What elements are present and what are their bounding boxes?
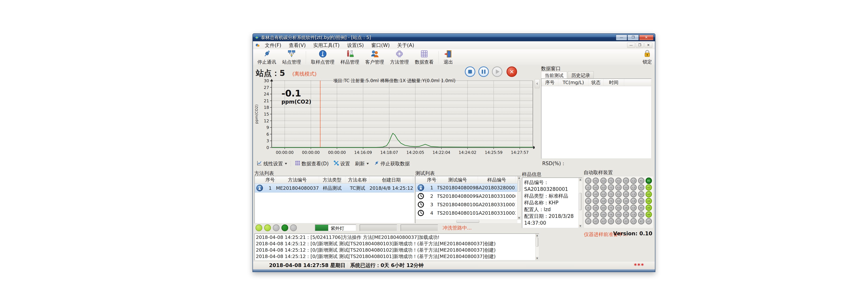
停止获取数据-button[interactable]: 停止获取数据 [372, 160, 412, 168]
mdi-minimize-button[interactable]: — [627, 43, 635, 48]
vial-G3[interactable]: G3 [600, 191, 607, 197]
vial-C2[interactable]: C2 [630, 184, 637, 191]
方法管理-button[interactable]: 方法管理 [387, 49, 412, 65]
vial-I6[interactable]: I6 [585, 211, 591, 218]
vial-D1[interactable]: D1 [623, 177, 629, 184]
tab-current-test[interactable]: 当前测试 [541, 71, 567, 79]
menu-item-3[interactable]: 实用工具(T) [309, 41, 343, 49]
sample-info-scrollbar[interactable]: ▲▼ [579, 178, 582, 228]
lock-button[interactable]: 锁定 [643, 49, 652, 65]
vial-F1[interactable]: F1 [608, 177, 614, 184]
vial-F6[interactable]: F6 [608, 211, 614, 218]
log-scrollbar[interactable]: ▲▼ [535, 234, 539, 260]
vial-E2[interactable]: E2 [615, 184, 622, 191]
线性设置-button[interactable]: 线性设置 [255, 160, 289, 168]
test-row[interactable]: 3TS201804080100SA201803310001 [415, 200, 521, 209]
vial-G6[interactable]: G6 [600, 211, 607, 218]
vial-H3[interactable]: H3 [593, 191, 599, 197]
vial-I1[interactable]: I1 [585, 177, 591, 184]
play-button[interactable] [492, 66, 502, 77]
vial-C6[interactable]: C6 [630, 211, 637, 218]
test-table-vscrollbar[interactable]: ▲▼ [517, 176, 521, 220]
test-table[interactable]: 序号测试编号样品编号1TS201804080098SA2018032800012… [415, 176, 521, 224]
result-col-4[interactable]: 时间 [603, 79, 624, 86]
test-row[interactable]: 2TS201804080099SA201803310000 [415, 192, 521, 200]
maximize-button[interactable]: ❐ [627, 35, 639, 40]
vial-C3[interactable]: C3 [630, 191, 637, 197]
站点管理-button[interactable]: 站点管理 [279, 49, 304, 65]
vial-B3[interactable]: B3 [638, 191, 644, 197]
method-table[interactable]: 序号方法编号方法类型方法名称创建日期1ME201804080037样品测试TC测… [254, 176, 414, 224]
vial-A4[interactable]: A4 [646, 198, 652, 204]
vial-H7[interactable]: H7 [593, 218, 599, 225]
vial-F3[interactable]: F3 [608, 191, 614, 197]
vial-G7[interactable]: G7 [600, 218, 607, 225]
vial-G5[interactable]: G5 [600, 205, 607, 211]
method-row[interactable]: 1ME201804080037样品测试TC测试2018/4/8 14:25:12 [255, 183, 414, 193]
result-table[interactable]: 序号TC(mg/L)状态时间 [541, 78, 652, 159]
menu-item-6[interactable]: 关于(A) [394, 41, 418, 49]
vial-E5[interactable]: E5 [615, 205, 622, 211]
vial-A2[interactable]: A2 [646, 184, 652, 191]
vial-A7[interactable]: A7 [646, 218, 652, 225]
test-col-3[interactable]: 样品编号 [478, 176, 516, 183]
数据查看-button[interactable]: 数据查看 [412, 49, 437, 65]
vial-E7[interactable]: E7 [615, 218, 622, 225]
vial-G4[interactable]: G4 [600, 198, 607, 204]
vial-H6[interactable]: H6 [593, 211, 599, 218]
event-log[interactable]: 2018-04-08 14:25:21：[5/02411706]方法操作 方法[… [254, 233, 539, 261]
vial-A5[interactable]: A5 [646, 205, 652, 211]
vial-C5[interactable]: C5 [630, 205, 637, 211]
result-col-2[interactable]: TC(mg/L) [558, 79, 588, 86]
设置-button[interactable]: 设置 [332, 160, 352, 168]
autosampler-grid[interactable]: I1H1G1F1E1D1C1B1A1I2H2G2F2E2D2C2B2A2I3H3… [584, 176, 653, 228]
mdi-close-button[interactable]: ✕ [644, 43, 652, 48]
test-col-2[interactable]: 测试编号 [437, 176, 478, 183]
method-col-5[interactable]: 创建日期 [370, 176, 413, 183]
close-button[interactable]: ✕ [639, 35, 653, 40]
method-col-4[interactable]: 方法名称 [345, 176, 370, 183]
vial-B7[interactable]: B7 [638, 218, 644, 225]
vial-C7[interactable]: C7 [630, 218, 637, 225]
vial-F5[interactable]: F5 [608, 205, 614, 211]
vial-A6[interactable]: A6 [646, 211, 652, 218]
test-row[interactable]: 1TS201804080098SA201803280001 [415, 183, 521, 192]
test-table-hscrollbar[interactable] [415, 219, 518, 223]
vial-C1[interactable]: C1 [630, 177, 637, 184]
scroll-up-arrow[interactable]: ▲ [518, 176, 521, 179]
method-col-3[interactable]: 方法类型 [319, 176, 345, 183]
abort-button[interactable]: ✕ [506, 66, 517, 77]
minimize-button[interactable]: — [616, 35, 627, 40]
vial-F2[interactable]: F2 [608, 184, 614, 191]
vial-G1[interactable]: G1 [600, 177, 607, 184]
vial-E3[interactable]: E3 [615, 191, 622, 197]
停止通讯-button[interactable]: 停止通讯 [254, 49, 279, 65]
vial-H2[interactable]: H2 [593, 184, 599, 191]
取样点管理-button[interactable]: 取样点管理 [308, 49, 337, 65]
vial-I2[interactable]: I2 [585, 184, 591, 191]
method-col-2[interactable]: 方法编号 [276, 176, 319, 183]
test-col-1[interactable]: 序号 [426, 176, 437, 183]
vial-B5[interactable]: B5 [638, 205, 644, 211]
vial-B2[interactable]: B2 [638, 184, 644, 191]
数据查看(D)-button[interactable]: 数据查看(D) [293, 160, 331, 168]
vial-H1[interactable]: H1 [593, 177, 599, 184]
vial-I3[interactable]: I3 [585, 191, 591, 197]
客户管理-button[interactable]: 客户管理 [362, 49, 387, 65]
vial-I5[interactable]: I5 [585, 205, 591, 211]
vial-B4[interactable]: B4 [638, 198, 644, 204]
menu-item-4[interactable]: 设置(S) [343, 41, 368, 49]
vial-A1[interactable]: A1 [646, 177, 652, 184]
vial-D7[interactable]: D7 [623, 218, 629, 225]
mdi-restore-button[interactable]: ❐ [636, 43, 644, 48]
样品管理-button[interactable]: 样品管理 [337, 49, 362, 65]
vial-D5[interactable]: D5 [623, 205, 629, 211]
collapse-panel-button[interactable]: ‹ [535, 79, 539, 88]
result-col-3[interactable]: 状态 [588, 79, 603, 86]
vial-E6[interactable]: E6 [615, 211, 622, 218]
vial-E4[interactable]: E4 [615, 198, 622, 204]
chromatogram-chart[interactable]: 03691215182124273000:00:0000:00:0000:00:… [254, 78, 535, 159]
vial-G2[interactable]: G2 [600, 184, 607, 191]
vial-B1[interactable]: B1 [638, 177, 644, 184]
vial-A3[interactable]: A3 [646, 191, 652, 197]
